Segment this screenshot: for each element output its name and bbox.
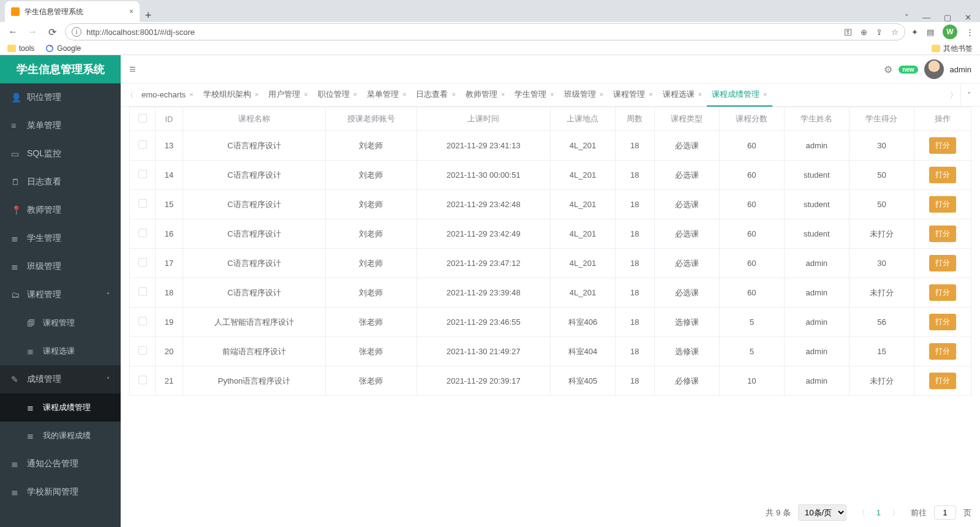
- profile-avatar[interactable]: W: [943, 25, 957, 39]
- sidebar-item[interactable]: 🗂课程管理˄: [0, 281, 121, 309]
- tabs-scroll-right-icon[interactable]: 〉: [947, 90, 960, 100]
- bookmark-other[interactable]: 其他书签: [932, 44, 973, 54]
- close-window-icon[interactable]: ✕: [965, 13, 971, 22]
- score-button[interactable]: 打分: [929, 226, 956, 242]
- score-button[interactable]: 打分: [929, 255, 956, 271]
- column-header[interactable]: 上课地点: [550, 107, 615, 131]
- close-icon[interactable]: ×: [255, 91, 258, 98]
- pager-size-select[interactable]: 10条/页: [798, 504, 846, 521]
- row-checkbox[interactable]: [138, 170, 147, 178]
- sidebar-item[interactable]: 🗒日志查看: [0, 168, 121, 196]
- key-icon[interactable]: ⚿: [844, 28, 852, 37]
- browser-tab-active[interactable]: 学生信息管理系统 ×: [5, 1, 140, 22]
- zoom-icon[interactable]: ⊕: [861, 28, 867, 37]
- column-header[interactable]: 授课老师账号: [326, 107, 417, 131]
- star-icon[interactable]: ☆: [891, 28, 899, 37]
- reload-icon[interactable]: ⟳: [45, 26, 59, 38]
- close-icon[interactable]: ×: [129, 7, 134, 16]
- score-button[interactable]: 打分: [929, 284, 956, 301]
- score-button[interactable]: 打分: [929, 373, 956, 389]
- page-tab[interactable]: 用户管理×: [263, 84, 312, 107]
- page-tab[interactable]: 职位管理×: [313, 84, 362, 107]
- page-tab[interactable]: 课程选课×: [658, 84, 707, 107]
- gear-icon[interactable]: ⚙: [884, 64, 892, 75]
- tabs-dropdown-icon[interactable]: ˅: [960, 84, 978, 106]
- sidebar-item[interactable]: 👤职位管理: [0, 83, 121, 112]
- kebab-menu-icon[interactable]: ⋮: [966, 28, 974, 37]
- sidebar-item[interactable]: ≣通知公告管理: [0, 450, 121, 478]
- pager-prev-icon[interactable]: 〈: [854, 507, 869, 518]
- close-icon[interactable]: ×: [550, 91, 554, 98]
- extensions-icon[interactable]: ✦: [911, 28, 918, 37]
- page-tab[interactable]: emo-echarts×: [137, 84, 198, 107]
- address-bar[interactable]: i http://localhost:8001/#/dj-score ⚿ ⊕ ⇪…: [65, 23, 905, 40]
- checkbox-all[interactable]: [138, 114, 147, 123]
- tabs-scroll-left-icon[interactable]: 〈: [123, 90, 137, 100]
- user-name[interactable]: admin: [950, 65, 971, 74]
- pager-goto-input[interactable]: [934, 506, 956, 520]
- score-button[interactable]: 打分: [929, 137, 956, 154]
- column-header[interactable]: 课程类型: [654, 107, 719, 131]
- column-header[interactable]: ID: [156, 107, 183, 131]
- score-button[interactable]: 打分: [929, 343, 956, 360]
- close-icon[interactable]: ×: [304, 91, 307, 98]
- sidebar-item[interactable]: ≣学生管理: [0, 224, 121, 252]
- close-icon[interactable]: ×: [451, 91, 455, 98]
- sidebar-item[interactable]: ▭SQL监控: [0, 140, 121, 168]
- page-tab[interactable]: 班级管理×: [559, 84, 608, 107]
- user-avatar[interactable]: [924, 59, 944, 79]
- close-icon[interactable]: ×: [763, 91, 767, 98]
- bookmark-tools[interactable]: tools: [7, 44, 34, 53]
- score-button[interactable]: 打分: [929, 196, 956, 213]
- close-icon[interactable]: ×: [501, 91, 505, 98]
- sidebar-subitem[interactable]: 🗐课程管理: [0, 309, 121, 337]
- bookmark-google[interactable]: Google: [45, 44, 81, 53]
- sidebar-item[interactable]: ≡菜单管理: [0, 112, 121, 140]
- column-header[interactable]: 课程名称: [183, 107, 325, 131]
- page-tab[interactable]: 日志查看×: [411, 84, 460, 107]
- column-header[interactable]: 上课时间: [417, 107, 550, 131]
- back-icon[interactable]: ←: [6, 26, 20, 37]
- maximize-icon[interactable]: ▢: [944, 13, 951, 22]
- sidebar-item[interactable]: 📍教师管理: [0, 196, 121, 224]
- row-checkbox[interactable]: [138, 346, 147, 355]
- close-icon[interactable]: ×: [353, 91, 357, 98]
- column-header[interactable]: 周数: [615, 107, 654, 131]
- page-tab[interactable]: 教师管理×: [461, 84, 510, 107]
- sidebar-subitem[interactable]: ≣课程成绩管理: [0, 393, 121, 422]
- window-dropdown-icon[interactable]: ˅: [905, 13, 909, 22]
- hamburger-icon[interactable]: ≡: [129, 63, 136, 76]
- close-icon[interactable]: ×: [600, 91, 603, 98]
- column-header[interactable]: 课程分数: [719, 107, 784, 131]
- page-tab[interactable]: 课程管理×: [608, 84, 657, 107]
- row-checkbox[interactable]: [138, 258, 147, 267]
- page-tab[interactable]: 学生管理×: [510, 84, 559, 107]
- row-checkbox[interactable]: [138, 140, 147, 149]
- row-checkbox[interactable]: [138, 317, 147, 325]
- close-icon[interactable]: ×: [649, 91, 652, 98]
- forward-icon[interactable]: →: [26, 26, 39, 37]
- sidebar-item[interactable]: ≣班级管理: [0, 252, 121, 281]
- pager-next-icon[interactable]: 〉: [888, 507, 903, 518]
- score-button[interactable]: 打分: [929, 314, 956, 330]
- page-tab[interactable]: 课程成绩管理×: [707, 84, 772, 107]
- minimize-icon[interactable]: —: [922, 13, 930, 22]
- page-tab[interactable]: 学校组织架构×: [198, 84, 263, 107]
- row-checkbox[interactable]: [138, 376, 147, 384]
- sidebar-subitem[interactable]: ≣我的课程成绩: [0, 422, 121, 450]
- column-header[interactable]: 学生得分: [849, 107, 914, 131]
- page-tab[interactable]: 菜单管理×: [362, 84, 411, 107]
- sidebar-subitem[interactable]: ≣课程选课: [0, 337, 121, 365]
- close-icon[interactable]: ×: [189, 91, 193, 98]
- row-checkbox[interactable]: [138, 199, 147, 208]
- pager-current[interactable]: 1: [876, 508, 881, 517]
- share-icon[interactable]: ⇪: [876, 28, 883, 37]
- row-checkbox[interactable]: [138, 229, 147, 237]
- sidebar-item[interactable]: ≣学校新闻管理: [0, 478, 121, 506]
- close-icon[interactable]: ×: [698, 91, 702, 98]
- row-checkbox[interactable]: [138, 287, 147, 296]
- close-icon[interactable]: ×: [402, 91, 406, 98]
- column-header[interactable]: 操作: [914, 107, 971, 131]
- score-button[interactable]: 打分: [929, 167, 956, 183]
- site-info-icon[interactable]: i: [72, 27, 81, 37]
